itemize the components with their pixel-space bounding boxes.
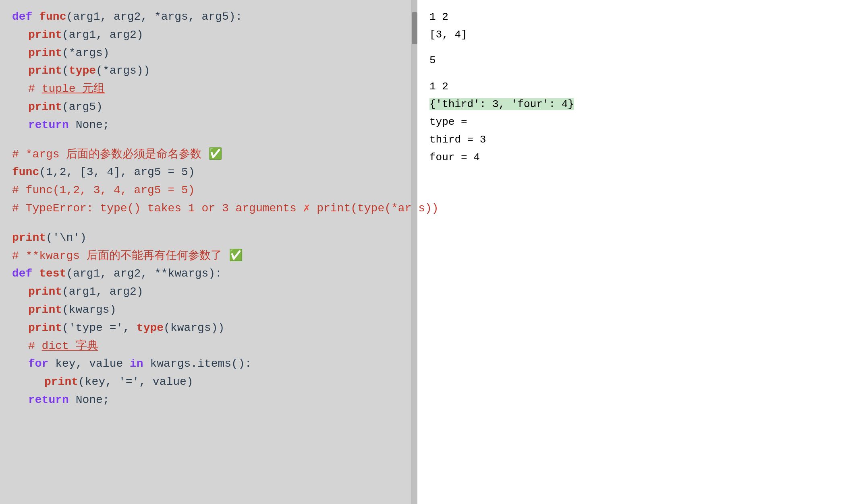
fn-print-3: print: [28, 47, 62, 59]
output-line-4: 5: [429, 52, 855, 69]
comment-18: # dict 字典: [28, 340, 98, 352]
keyword-return-21: return: [28, 394, 69, 406]
keyword-in-19: in: [130, 357, 143, 370]
fn-print-17: print: [28, 322, 62, 334]
spacer-2: [12, 218, 399, 229]
spacer-1: [12, 134, 399, 146]
output-highlight-7: {'third': 3, 'four': 4}: [429, 98, 574, 110]
fn-print-15: print: [28, 285, 62, 298]
output-line-7: {'third': 3, 'four': 4}: [429, 95, 855, 113]
output-block: 1 2 [3, 4] 5 1 2 {'third': 3, 'four': 4}…: [429, 8, 855, 167]
checkbox-icon-8: ✅: [208, 148, 222, 161]
scrollbar-thumb[interactable]: [412, 12, 417, 44]
func-test-14: test: [39, 267, 66, 280]
output-spacer-1: [429, 43, 855, 52]
code-line-6: print(arg5): [12, 98, 399, 116]
output-line-9: third = 3: [429, 131, 855, 149]
output-line-1: 1 2: [429, 8, 855, 26]
comment-10: # func(1,2, 3, 4, arg5 = 5): [12, 184, 195, 196]
scrollbar[interactable]: [411, 0, 417, 504]
code-line-7: return None;: [12, 116, 399, 134]
code-line-16: print(kwargs): [12, 301, 399, 319]
code-panel: def func(arg1, arg2, *args, arg5): print…: [0, 0, 411, 504]
comment-5: # tuple 元组: [28, 83, 105, 95]
comment-11b: print(type(*args)): [310, 202, 438, 215]
output-line-6: 1 2: [429, 78, 855, 95]
code-line-10: # func(1,2, 3, 4, arg5 = 5): [12, 182, 399, 200]
code-line-8: # *args 后面的参数必须是命名参数 ✅: [12, 146, 399, 164]
output-spacer-2: [429, 70, 855, 78]
fn-print-20: print: [44, 376, 78, 388]
code-line-15: print(arg1, arg2): [12, 283, 399, 301]
fn-type-17: type: [137, 322, 164, 334]
output-line-8: type =: [429, 113, 855, 131]
comment-8: # *args 后面的参数必须是命名参数: [12, 148, 208, 161]
code-line-4: print(type(*args)): [12, 62, 399, 80]
func-name: func: [39, 10, 66, 23]
fn-type-4: type: [69, 64, 96, 77]
keyword-for-19: for: [28, 357, 48, 370]
fn-print-4: print: [28, 64, 62, 77]
checkbox-icon-13: ✅: [229, 250, 243, 262]
code-line-2: print(arg1, arg2): [12, 26, 399, 44]
output-panel: 1 2 [3, 4] 5 1 2 {'third': 3, 'four': 4}…: [417, 0, 867, 504]
code-line-1: def func(arg1, arg2, *args, arg5):: [12, 8, 399, 26]
code-line-9: func(1,2, [3, 4], arg5 = 5): [12, 163, 399, 182]
fn-print-2: print: [28, 29, 62, 41]
output-line-10: four = 4: [429, 149, 855, 166]
keyword-def: def: [12, 10, 32, 23]
code-line-20: print(key, '=', value): [12, 373, 399, 391]
code-line-5: # tuple 元组: [12, 80, 399, 98]
code-line-3: print(*args): [12, 44, 399, 62]
code-line-13: # **kwargs 后面的不能再有任何参数了 ✅: [12, 247, 399, 265]
keyword-return-7: return: [28, 119, 69, 131]
code-line-14: def test(arg1, arg2, **kwargs):: [12, 265, 399, 283]
func-call-9: func: [12, 166, 39, 178]
fn-print-6: print: [28, 101, 62, 113]
code-line-21: return None;: [12, 391, 399, 409]
comment-11: # TypeError: type() takes 1 or 3 argumen…: [12, 202, 303, 215]
code-line-19: for key, value in kwargs.items():: [12, 355, 399, 373]
code-line-11: # TypeError: type() takes 1 or 3 argumen…: [12, 200, 399, 218]
code-line-12: print('\n'): [12, 229, 399, 247]
comment-13: # **kwargs 后面的不能再有任何参数了: [12, 250, 229, 262]
code-line-17: print('type =', type(kwargs)): [12, 319, 399, 337]
red-x-icon-11: ✗: [303, 202, 310, 215]
fn-print-16: print: [28, 304, 62, 316]
output-line-2: [3, 4]: [429, 26, 855, 43]
keyword-def-14: def: [12, 267, 32, 280]
code-line-18: # dict 字典: [12, 337, 399, 355]
fn-print-12: print: [12, 231, 46, 244]
